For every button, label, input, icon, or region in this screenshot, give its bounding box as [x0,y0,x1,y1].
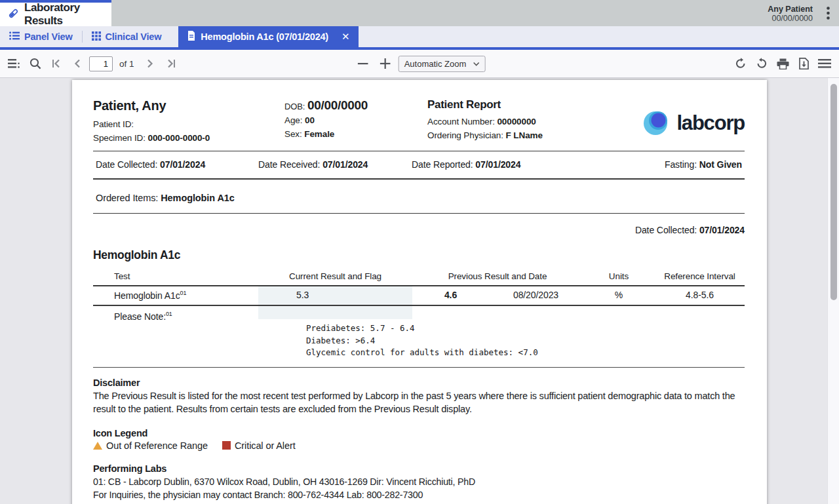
labcorp-logo-icon [641,107,671,140]
scrollbar-thumb[interactable] [830,84,837,300]
print-icon[interactable] [773,54,792,73]
appbar-spacer [111,0,768,26]
account-value: 00000000 [497,117,536,126]
tab-clinical-view[interactable]: Clinical View [83,26,171,47]
zoom-level-select[interactable]: Automatic Zoom [399,56,486,72]
grid-icon [92,31,101,43]
please-note-row: Please Note:01 [93,306,745,322]
date-collected-value: 07/01/2024 [160,159,205,170]
test-name: Hemoglobin A1c [114,290,180,301]
please-note-label: Please Note: [114,311,166,321]
header-patient-name: Any Patient [768,5,813,14]
dates-row: Date Collected: 07/01/2024 Date Received… [93,151,745,178]
col-header-test: Test [93,271,258,281]
date-reported-label: Date Reported: [412,159,473,170]
previous-date: 08/20/2023 [489,290,583,301]
units-value: % [583,290,655,301]
note-line: Prediabetes: 5.7 - 6.4 [306,322,745,335]
fasting-value: Not Given [699,159,742,170]
close-icon[interactable]: ✕ [341,31,349,43]
icon-legend-section: Icon Legend Out of Reference Range Criti… [93,428,745,451]
sex-value: Female [304,129,334,139]
section-title: Hemoglobin A1c [93,248,745,262]
reference-interval: 4.8-5.6 [655,290,745,301]
col-header-reference: Reference Interval [655,271,745,281]
app-logo-box: Laboratory Results [0,0,111,26]
disclaimer-title: Disclaimer [93,378,745,388]
pdf-toolbar: of 1 Automatic Zoom [0,50,839,78]
sex-label: Sex: [284,129,302,139]
kebab-menu-icon[interactable] [817,0,839,26]
performing-labs-line2: For Inquiries, the physician may contact… [93,488,745,501]
list-icon [9,31,20,42]
tab-clinical-view-label: Clinical View [106,31,162,42]
download-icon[interactable] [794,54,813,73]
last-page-icon[interactable] [162,54,180,73]
app-title: Laboratory Results [24,1,111,28]
header-patient-dob: 00/00/0000 [768,14,813,23]
zoom-in-button[interactable] [376,54,395,73]
ordered-items: Ordered Items: Hemoglobin A1c [93,180,745,213]
rotate-ccw-icon[interactable] [752,54,771,73]
labcorp-logo: labcorp [641,98,745,147]
tab-bar: Panel View Clinical View Hemoglobin A1c … [0,26,839,47]
account-label: Account Number: [427,117,495,126]
result-note: Prediabetes: 5.7 - 6.4 Diabetes: >6.4 Gl… [306,322,745,359]
icon-legend-title: Icon Legend [93,428,745,438]
ordered-items-label: Ordered Items: [96,193,158,203]
first-page-icon[interactable] [47,54,66,73]
date-received-value: 07/01/2024 [322,159,368,170]
previous-result: 4.6 [412,290,489,301]
col-header-current: Current Result and Flag [258,271,412,281]
patient-chip: Any Patient 00/00/0000 [768,0,817,26]
menu-icon[interactable] [815,54,834,73]
note-line: Glycemic control for adults with diabete… [306,347,745,359]
next-page-icon[interactable] [141,54,159,73]
tab-document-active[interactable]: Hemoglobin A1c (07/01/2024) ✕ [178,26,359,47]
patient-name: Patient, Any [93,98,284,113]
zoom-level-value: Automatic Zoom [404,59,467,69]
report-title: Patient Report [427,98,641,111]
critical-alert-icon [222,441,231,450]
performing-labs-title: Performing Labs [93,463,745,474]
please-note-footnote: 01 [166,311,172,317]
fasting-label: Fasting: [665,159,697,170]
disclaimer-section: Disclaimer The Previous Result is listed… [93,378,745,416]
dob-label: DOB: [284,102,305,111]
date-received-label: Date Received: [258,159,320,170]
current-result: 5.3 [258,290,412,301]
dob-value: 00/00/0000 [307,98,368,112]
search-icon[interactable] [26,54,45,73]
tab-panel-view[interactable]: Panel View [0,26,82,47]
prev-page-icon[interactable] [68,54,87,73]
sidebar-toggle-icon[interactable] [5,54,24,73]
disclaimer-text: The Previous Result is listed for the mo… [93,389,745,416]
pdf-viewer-area: Patient, Any Patient ID: Specimen ID: 00… [0,78,839,504]
results-table-body: Hemoglobin A1c01 5.3 4.6 08/20/2023 % 4.… [93,286,745,368]
table-row: Hemoglobin A1c01 5.3 4.6 08/20/2023 % 4.… [93,286,745,306]
out-of-range-label: Out of Reference Range [106,440,208,451]
performing-labs-line1: 01: CB - Labcorp Dublin, 6370 Wilcox Roa… [93,475,745,488]
specimen-id-label: Specimen ID: [93,133,146,143]
physician-label: Ordering Physician: [427,130,503,140]
zoom-out-button[interactable] [354,54,372,73]
page-count-label: of 1 [119,59,134,69]
col-header-units: Units [583,271,655,281]
age-label: Age: [284,115,302,125]
chevron-down-icon [473,60,479,68]
report-page: Patient, Any Patient ID: Specimen ID: 00… [72,80,767,504]
section-date-label: Date Collected: [635,225,697,235]
date-collected-label: Date Collected: [96,159,157,170]
document-icon [187,31,195,43]
test-footnote: 01 [180,290,187,296]
rotate-cw-icon[interactable] [732,54,750,73]
performing-labs-section: Performing Labs 01: CB - Labcorp Dublin,… [93,463,745,501]
age-value: 00 [305,115,315,125]
physician-value: F LName [506,130,543,140]
page-number-input[interactable] [89,56,113,71]
labcorp-logo-text: labcorp [676,111,745,135]
test-tube-icon [8,8,19,22]
critical-alert-label: Critical or Alert [235,440,296,451]
patient-id-label: Patient ID: [93,119,134,129]
vertical-scrollbar[interactable] [827,78,839,504]
